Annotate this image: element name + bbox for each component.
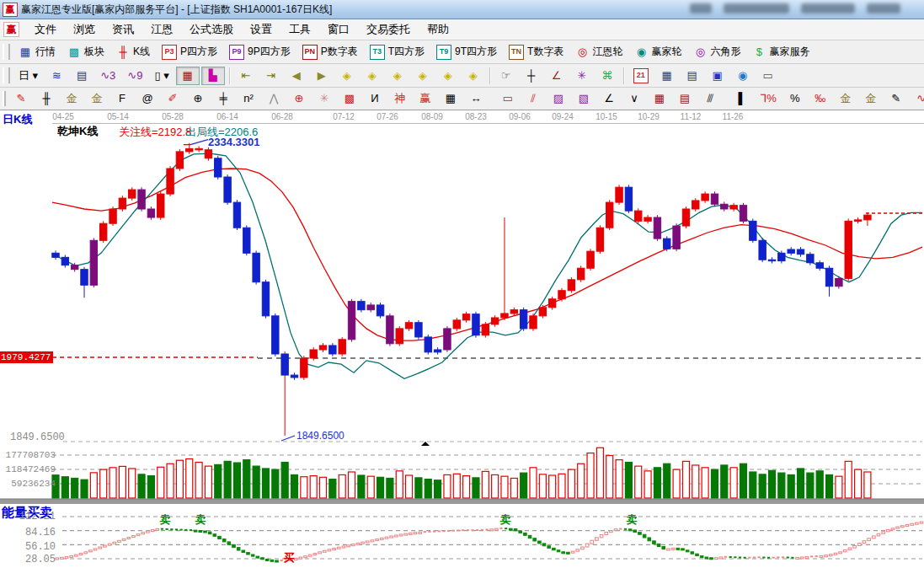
menu-item-4[interactable]: 公式选股 <box>181 21 242 37</box>
gold-division-tool[interactable]: 金 <box>60 89 83 108</box>
9p-square-button[interactable]: P99P四方形 <box>224 42 296 62</box>
menu-item-8[interactable]: 交易委托 <box>358 21 419 37</box>
9t-square-button[interactable]: T99T四方形 <box>431 42 502 62</box>
fib-tool[interactable]: F <box>110 89 134 108</box>
diamond-left-button[interactable]: ◈ <box>335 67 359 85</box>
candle-body <box>367 305 374 310</box>
circle-cross-tool[interactable]: ⊕ <box>287 89 311 108</box>
first-bar-button[interactable]: ⇤ <box>234 67 258 85</box>
wave3-icon[interactable]: ∿3 <box>95 67 120 85</box>
histogram-color-icon[interactable]: ▙ <box>201 67 225 85</box>
export-icon[interactable]: ▭ <box>756 67 780 85</box>
kline-button[interactable]: ╫K线 <box>111 42 155 62</box>
prev-bar-button[interactable]: ◀ <box>285 67 308 85</box>
info-list-icon[interactable]: ▤ <box>70 67 93 85</box>
sectors-button[interactable]: ▩板块 <box>62 42 109 62</box>
diamond-x-button[interactable]: ◈ <box>411 67 435 85</box>
a-wave-tool-icon: ∿ <box>915 92 924 105</box>
hand-tool[interactable]: ☞ <box>494 67 518 85</box>
ying-lines-tool[interactable]: 赢 <box>414 89 437 108</box>
gann-wheel-button[interactable]: ◎江恩轮 <box>570 42 628 62</box>
menu-item-6[interactable]: 工具 <box>280 21 319 37</box>
menu-item-2[interactable]: 资讯 <box>104 21 142 37</box>
analyze-tool[interactable]: ⌘ <box>596 67 619 85</box>
pct-tool[interactable]: % <box>783 89 807 108</box>
fan-dense-tool[interactable]: ▧ <box>572 89 596 108</box>
date-tick: 05-28 <box>162 112 184 121</box>
gold-circle-tool[interactable]: 金 <box>834 89 857 108</box>
pen-tool[interactable]: ✎ <box>9 89 33 108</box>
last-bar-button[interactable]: ⇥ <box>259 67 283 85</box>
gann-tool[interactable]: ✳ <box>570 67 594 85</box>
volume-bar <box>81 480 88 498</box>
hexagon-button[interactable]: ◎六角形 <box>688 42 745 62</box>
p-square-button[interactable]: P3P四方形 <box>157 42 222 62</box>
chart-canvas[interactable] <box>0 110 924 568</box>
date-tick: 10-15 <box>596 112 617 121</box>
app-logo-icon: 赢 <box>3 3 18 17</box>
grid-a-tool[interactable]: ▦ <box>648 89 671 108</box>
crosshair-tool[interactable]: ┼ <box>520 67 543 85</box>
star-web-tool[interactable]: ✳ <box>312 89 336 108</box>
mirror-angle-tool[interactable]: ⋀ <box>262 89 286 108</box>
winner-wheel-button[interactable]: ◉赢家轮 <box>629 42 686 62</box>
grid-b-tool[interactable]: ▤ <box>673 89 697 108</box>
menu-item-0[interactable]: 文件 <box>26 21 65 37</box>
t-number-table-button[interactable]: TNT数字表 <box>504 42 569 62</box>
menu-item-7[interactable]: 窗口 <box>319 21 358 37</box>
diamond-all-button[interactable]: ◈ <box>462 67 485 85</box>
spiral-tool[interactable]: @ <box>136 89 159 108</box>
pen2-tool[interactable]: ✎ <box>884 89 908 108</box>
next-bar-button[interactable]: ▶ <box>310 67 334 85</box>
angle-tool[interactable]: ∠ <box>545 67 569 85</box>
pct-line-tool[interactable]: ‰ <box>809 89 832 108</box>
zigzag-pattern-icon[interactable]: ≋ <box>45 67 68 85</box>
calculator-icon[interactable]: ▦ <box>655 67 679 85</box>
menu-item-1[interactable]: 浏览 <box>65 21 104 37</box>
calendar-icon[interactable]: 21 <box>628 66 654 86</box>
energy-up-bar <box>313 554 317 555</box>
notepad-icon[interactable]: ▤ <box>681 67 704 85</box>
menu-item-5[interactable]: 设置 <box>242 21 280 37</box>
wave9-icon[interactable]: ∿9 <box>122 67 147 85</box>
pattern-red-icon[interactable]: ▦ <box>176 67 200 85</box>
dense-grid-tool[interactable]: ▦ <box>439 89 462 108</box>
n2-tool[interactable]: n² <box>237 89 260 108</box>
quotes-button[interactable]: ▦行情 <box>13 42 61 62</box>
save-icon[interactable]: ▣ <box>706 67 729 85</box>
square-web-tool[interactable]: ▩ <box>338 89 361 108</box>
p-number-table-button[interactable]: PNP数字表 <box>297 42 363 62</box>
energy-up-bar <box>590 540 594 544</box>
chart-region[interactable]: 04-2505-1405-2806-1406-2807-1207-2608-09… <box>0 110 924 568</box>
diamond-h-button[interactable]: ◈ <box>386 67 409 85</box>
fan-lines-tool[interactable]: ⫽ <box>521 89 545 108</box>
t-square-button[interactable]: T3T四方形 <box>365 42 430 62</box>
energy-dot <box>724 556 727 558</box>
winner-service-button[interactable]: $赢家服务 <box>747 42 815 62</box>
diamond-right-button[interactable]: ◈ <box>361 67 384 85</box>
menu-item-9[interactable]: 帮助 <box>419 21 457 37</box>
menu-item-3[interactable]: 江恩 <box>142 21 181 37</box>
time-grid-tool[interactable]: ╫ <box>35 89 58 108</box>
gold-division2-tool[interactable]: 金 <box>85 89 109 108</box>
candle-style-dropdown[interactable]: ▯ ▾ <box>149 67 174 85</box>
info-list-icon-icon: ▤ <box>75 69 88 83</box>
gold-lines-tool[interactable]: 金 <box>859 89 883 108</box>
diamond-v-button[interactable]: ◈ <box>436 67 460 85</box>
fan-grid-tool[interactable]: ▨ <box>547 89 570 108</box>
shen-lines-tool[interactable]: 神 <box>388 89 412 108</box>
time-division-tool[interactable]: ╪ <box>211 89 235 108</box>
cycle-circle-tool[interactable]: ⊕ <box>186 89 210 108</box>
wave-mark-tool[interactable]: И <box>363 89 387 108</box>
parallel-tool[interactable]: ⫻ <box>698 89 722 108</box>
hist-tool[interactable]: ▌ <box>730 89 754 108</box>
a-wave-tool[interactable]: ∿ <box>910 89 924 108</box>
pct7-tool[interactable]: ⅂% <box>756 89 782 108</box>
period-day-dropdown[interactable]: 日 ▾ <box>13 67 43 85</box>
slope-tool[interactable]: ∠ <box>597 89 621 108</box>
network-icon[interactable]: ◉ <box>731 67 755 85</box>
marker-pen-tool[interactable]: ✐ <box>161 89 184 108</box>
v-wave-tool[interactable]: ∨ <box>622 89 646 108</box>
box-fan-tool[interactable]: ▭ <box>496 89 520 108</box>
width-arrow-tool[interactable]: ↔ <box>464 89 488 108</box>
